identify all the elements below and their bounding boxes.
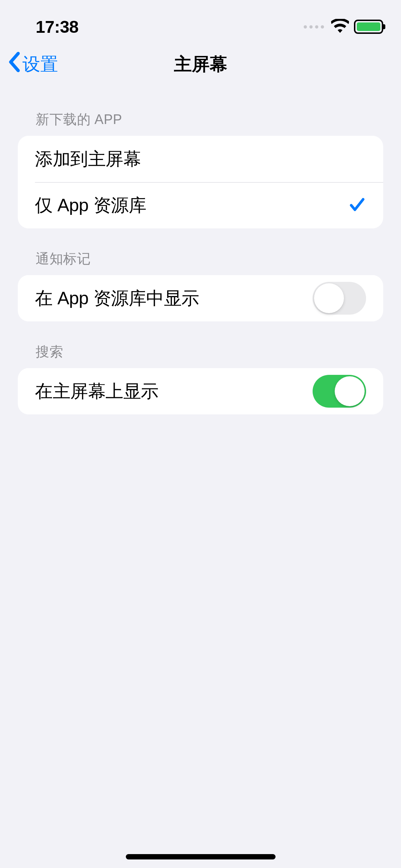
wifi-icon [331,19,349,35]
group-new-downloads: 添加到主屏幕 仅 App 资源库 [18,136,383,228]
option-label: 添加到主屏幕 [35,147,141,171]
cellular-signal-icon [304,25,324,29]
group-search: 在主屏幕上显示 [18,368,383,414]
status-bar: 17:38 [0,0,401,43]
page-title: 主屏幕 [174,52,227,76]
option-app-library-only[interactable]: 仅 App 资源库 [18,182,383,228]
status-indicators [304,19,383,35]
back-button[interactable]: 设置 [7,51,58,77]
row-show-on-home: 在主屏幕上显示 [18,368,383,414]
home-indicator[interactable] [126,854,276,859]
checkmark-icon [348,196,366,215]
battery-icon [354,20,383,34]
chevron-left-icon [7,51,21,77]
toggle-show-in-library[interactable] [313,282,366,315]
section-header-search: 搜索 [0,321,401,368]
status-time: 17:38 [36,17,78,37]
navigation-bar: 设置 主屏幕 [0,43,401,86]
section-header-new-downloads: 新下载的 APP [0,89,401,136]
row-label: 在主屏幕上显示 [35,379,159,403]
section-header-notification-badges: 通知标记 [0,228,401,275]
toggle-show-on-home[interactable] [313,375,366,408]
row-show-in-library: 在 App 资源库中显示 [18,275,383,321]
row-label: 在 App 资源库中显示 [35,286,199,310]
option-add-to-home[interactable]: 添加到主屏幕 [18,136,383,182]
option-label: 仅 App 资源库 [35,193,146,217]
content: 新下载的 APP 添加到主屏幕 仅 App 资源库 通知标记 在 App 资源库… [0,86,401,418]
back-label: 设置 [22,52,58,76]
group-notification-badges: 在 App 资源库中显示 [18,275,383,321]
